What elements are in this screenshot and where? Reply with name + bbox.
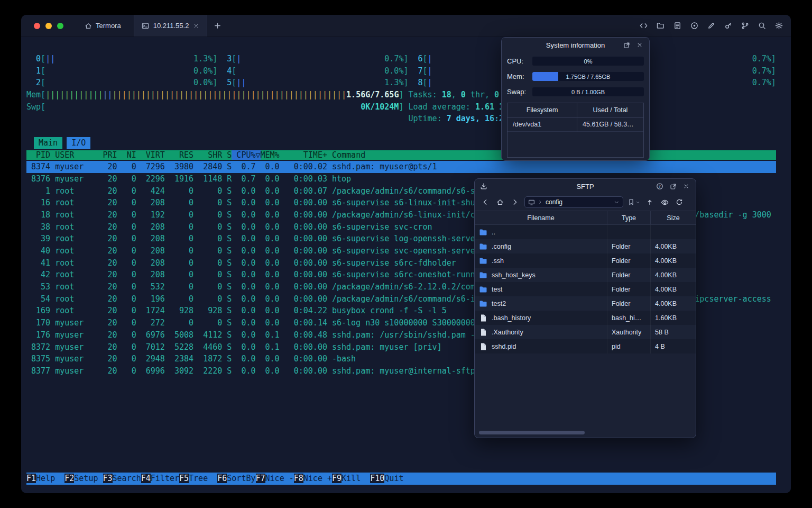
process-table-header[interactable]: PID USER PRI NI VIRT RES SHR S CPU%▽MEM%… [26,149,776,161]
show-hidden-icon[interactable] [659,197,670,207]
htop-tab-io[interactable]: I/O [67,137,90,149]
sftp-file-row[interactable]: .XauthorityXauthority58 B [475,325,696,339]
home-icon [85,22,92,30]
filesystem-name: /dev/vda1 [508,117,577,132]
transfers-icon[interactable] [480,183,487,190]
forward-icon[interactable] [510,197,520,207]
horizontal-scrollbar-thumb[interactable] [479,431,585,434]
file-size: 4 B [651,339,696,353]
zoom-window-button[interactable] [57,23,63,29]
file-name: ssh_host_keys [492,271,536,279]
close-panel-icon[interactable] [682,182,690,190]
code-icon[interactable] [639,21,648,31]
type-column-header[interactable]: Type [607,211,651,224]
fkey-F9[interactable]: F9Kill [332,474,370,483]
system-information-panel: System information CPU:0%Mem:1.75GB / 7.… [501,37,650,161]
search-icon[interactable] [757,21,767,31]
cpu-usage-bar: 0% [532,57,644,66]
sftp-file-row[interactable]: .configFolder4.00KB [475,239,696,253]
swap-usage-row: Swap:0 B / 1.00GB [507,87,644,96]
htop-tab-main[interactable]: Main [34,137,62,149]
current-directory: config [546,198,611,206]
sftp-file-row[interactable]: test2Folder4.00KB [475,296,696,311]
parent-directory-icon[interactable] [644,197,655,207]
record-icon[interactable] [689,21,699,31]
back-icon[interactable] [480,197,491,207]
folder-icon[interactable] [656,21,665,31]
svg-text:?: ? [659,184,661,189]
cpu-meter-line: 0[|| 1.3%] 3[| 0.7%] 6[| 0.7%] [26,53,776,65]
blank-line [26,125,776,137]
filesystem-table: Filesystem Used / Total /dev/vda1 45.61G… [507,103,644,158]
tab-termora-label: Termora [96,22,121,30]
bookmarks-button[interactable] [628,198,640,206]
file-type: Folder [607,282,651,296]
fkey-F1[interactable]: F1Help [26,474,64,483]
refresh-icon[interactable] [674,197,685,207]
device-icon [528,199,535,206]
minimize-window-button[interactable] [45,23,52,29]
titlebar: Termora 10.211.55.2 [21,15,791,37]
file-type: Folder [607,296,651,311]
settings-icon[interactable] [774,21,783,31]
fkey-F10[interactable]: F10Quit [370,474,413,483]
file-type: bash_hi… [607,311,651,325]
cpu-meter-line: 1[ 0.0%] 4[ 0.0%] 7[| 0.7%] [26,65,776,77]
file-list: ...configFolder4.00KB.sshFolder4.00KBssh… [475,225,696,353]
sftp-file-row[interactable]: testFolder4.00KB [475,282,696,296]
process-row-8374[interactable]: 8374 myuser 20 0 7296 3980 2840 S 0.7 0.… [26,161,776,173]
filesystem-table-header: Filesystem Used / Total [508,103,643,117]
help-icon[interactable]: ? [656,182,664,190]
app-window: Termora 10.211.55.2 0[|| 1.3%] 3[| 0.7%]… [21,15,791,493]
swap-usage-bar: 0 B / 1.00GB [532,87,644,96]
filesystem-usage: 45.61GB / 58.3… [577,117,643,132]
fkey-F2[interactable]: F2Setup [64,474,103,483]
home-directory-icon[interactable] [495,197,505,207]
chevron-down-icon[interactable] [614,199,620,205]
size-column-header[interactable]: Size [651,211,696,224]
fkey-F6[interactable]: F6SortBy [217,474,255,483]
fkey-F5[interactable]: F5Tree [179,474,217,483]
sftp-file-row[interactable]: .sshFolder4.00KB [475,253,696,268]
sftp-file-row[interactable]: ssh_host_keysFolder4.00KB [475,268,696,282]
file-size [651,225,696,239]
tab-termora[interactable]: Termora [79,15,126,37]
key-icon[interactable] [723,21,733,31]
system-information-title: System information [546,41,605,49]
filename-column-header[interactable]: Filename [475,211,607,224]
tab-ssh-session[interactable]: 10.211.55.2 [134,15,208,37]
folder-icon [479,242,487,251]
sftp-file-row[interactable]: .bash_historybash_hi…1.60KB [475,311,696,325]
file-size: 4.00KB [651,296,696,311]
fkey-F7[interactable]: F7Nice - [256,474,294,483]
filesystem-row[interactable]: /dev/vda1 45.61GB / 58.3… [508,117,643,132]
close-panel-icon[interactable] [635,41,644,49]
branch-icon[interactable] [740,21,750,31]
sftp-file-row[interactable]: sshd.pidpid4 B [475,339,696,353]
close-tab-icon[interactable] [193,23,199,29]
file-type: Xauthority [607,325,651,339]
new-tab-button[interactable] [214,22,222,30]
mem-usage-bar: 1.75GB / 7.65GB [532,72,644,81]
file-icon [479,314,487,322]
fkey-F4[interactable]: F4Filter [141,474,179,483]
file-size: 58 B [651,325,696,339]
close-window-button[interactable] [34,23,40,29]
path-bar[interactable]: config [524,196,623,208]
sftp-file-row[interactable]: .. [475,225,696,239]
cpu-meter-line: 2[ 0.0%] 5[|| 1.3%] 8[| 0.7%] [26,77,776,89]
edit-icon[interactable] [706,21,716,31]
folder-icon [479,285,487,294]
fkey-F3[interactable]: F3Search [103,474,141,483]
chevron-down-icon [635,200,640,205]
file-name: .. [492,229,495,236]
swap-usage-text: 0 B / 1.00GB [532,87,644,96]
fkey-F8[interactable]: F8Nice + [294,474,332,483]
file-name: test [492,286,502,293]
open-in-window-icon[interactable] [669,182,677,190]
sftp-toolbar: config [475,194,696,211]
log-icon[interactable] [672,21,682,31]
file-icon [479,328,487,337]
cpu-usage-text: 0% [532,57,644,66]
open-in-window-icon[interactable] [622,41,631,49]
